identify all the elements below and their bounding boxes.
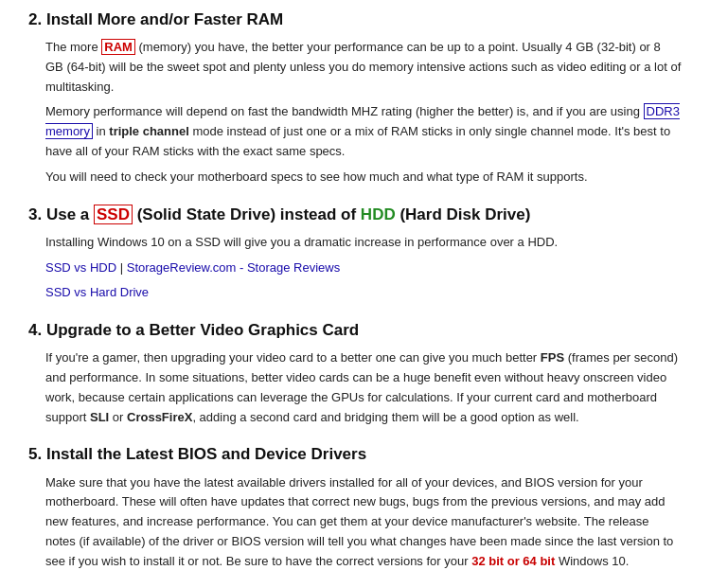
- section-3: 3. Use a SSD (Solid State Drive) instead…: [28, 205, 682, 303]
- section-4-body: If you're a gamer, then upgrading your v…: [45, 348, 682, 427]
- ssd-highlight: SSD: [94, 205, 133, 224]
- hdd-link[interactable]: HDD: [361, 205, 396, 223]
- ram-highlight: RAM: [101, 39, 135, 55]
- section-5-heading: 5. Install the Latest BIOS and Device Dr…: [28, 444, 682, 465]
- section-3-heading: 3. Use a SSD (Solid State Drive) instead…: [28, 205, 682, 225]
- section-2: 2. Install More and/or Faster RAM The mo…: [28, 9, 682, 187]
- section-4: 4. Upgrade to a Better Video Graphics Ca…: [28, 320, 682, 427]
- section-2-body: The more RAM (memory) you have, the bett…: [45, 38, 682, 187]
- section-4-heading: 4. Upgrade to a Better Video Graphics Ca…: [28, 320, 682, 341]
- section-5: 5. Install the Latest BIOS and Device Dr…: [28, 444, 682, 571]
- 32bit-64bit-link[interactable]: 32 bit or 64 bit: [471, 554, 555, 568]
- section-5-body: Make sure that you have the latest avail…: [45, 473, 682, 572]
- section-3-body: Installing Windows 10 on a SSD will give…: [45, 233, 682, 303]
- main-content: 2. Install More and/or Faster RAM The mo…: [0, 0, 710, 588]
- section-2-heading: 2. Install More and/or Faster RAM: [28, 9, 682, 30]
- storage-review-link[interactable]: StorageReview.com - Storage Reviews: [127, 260, 340, 275]
- ssd-vs-hard-drive-link[interactable]: SSD vs Hard Drive: [45, 285, 149, 299]
- ssd-vs-hdd-link[interactable]: SSD vs HDD: [45, 260, 116, 275]
